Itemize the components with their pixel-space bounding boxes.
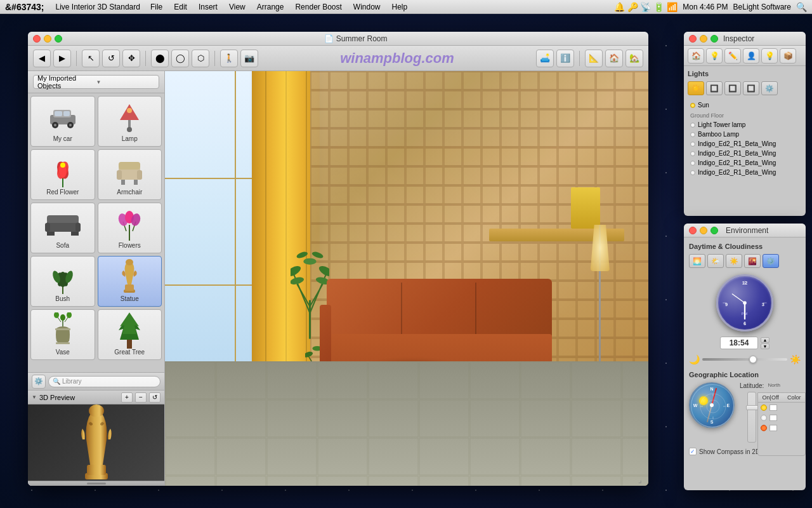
menu-view[interactable]: View bbox=[224, 1, 251, 13]
inspector-tab-edit[interactable]: ✏️ bbox=[724, 48, 741, 64]
compass[interactable]: N S E W bbox=[689, 382, 735, 428]
object-item-armchair[interactable]: Armchair bbox=[98, 149, 162, 200]
inspector-tab-bulb[interactable]: 💡 bbox=[761, 48, 778, 64]
objects-grid: My car Lamp bbox=[28, 93, 164, 372]
sun-indicator bbox=[690, 103, 695, 108]
maximize-button[interactable] bbox=[55, 35, 62, 43]
object-item-flowers[interactable]: Flowers bbox=[98, 203, 162, 253]
zoom-in-button[interactable]: + bbox=[121, 392, 133, 403]
bamboo-lamp-item[interactable]: Bamboo Lamp bbox=[688, 130, 802, 139]
object-item-red-flower[interactable]: Red Flower bbox=[30, 149, 95, 200]
camera-tool[interactable]: 📷 bbox=[240, 50, 258, 67]
minimize-button[interactable] bbox=[44, 35, 51, 43]
show-compass-checkbox[interactable]: ✓ bbox=[689, 448, 697, 455]
object-item-sofa[interactable]: Sofa bbox=[30, 203, 95, 253]
indigo-3-item[interactable]: Indigo_Ed2_R1_Beta_Wing bbox=[688, 158, 802, 168]
color-swatch-2[interactable] bbox=[769, 415, 777, 421]
time-increment-button[interactable]: ▲ bbox=[761, 337, 769, 343]
menu-arrange[interactable]: Arrange bbox=[252, 1, 289, 13]
menubar-right: 🔔 🔑 📡 🔋 📶 Mon 4:46 PM BeLight Software 🔍 bbox=[614, 2, 807, 12]
brightness-slider[interactable] bbox=[702, 358, 787, 361]
indigo-2-item[interactable]: Indigo_Ed2_R1_Beta_Wing bbox=[688, 149, 802, 158]
walk-tool[interactable]: 🚶 bbox=[220, 50, 238, 67]
light-btn-3[interactable]: 🔲 bbox=[724, 81, 741, 95]
afternoon-btn[interactable]: 🌇 bbox=[744, 254, 761, 268]
inspector-tab-light[interactable]: 💡 bbox=[706, 48, 723, 64]
draw-path[interactable]: ⬡ bbox=[192, 50, 209, 67]
object-item-statue[interactable]: Statue bbox=[98, 256, 162, 307]
move-tool[interactable]: ✥ bbox=[122, 50, 140, 67]
light-btn-2[interactable]: 🔲 bbox=[706, 81, 723, 95]
light-toggle-3[interactable] bbox=[761, 425, 767, 431]
objects-dropdown[interactable]: My Imported Objects ▼ bbox=[33, 75, 159, 89]
inspector-close-button[interactable] bbox=[689, 35, 697, 43]
latitude-track[interactable] bbox=[747, 392, 756, 443]
inspector-tab-person[interactable]: 👤 bbox=[743, 48, 759, 64]
zoom-out-button[interactable]: − bbox=[135, 392, 147, 403]
refresh-button[interactable]: ↺ bbox=[149, 392, 160, 403]
main-viewport[interactable] bbox=[165, 71, 648, 486]
time-decrement-button[interactable]: ▼ bbox=[761, 344, 769, 349]
time-input-field[interactable] bbox=[720, 337, 758, 349]
light-sun-btn[interactable]: ☀️ bbox=[688, 81, 704, 95]
object-item-vase[interactable]: Vase bbox=[30, 309, 95, 360]
menu-render-boost[interactable]: Render Boost bbox=[290, 1, 346, 13]
light-settings-btn[interactable]: ⚙️ bbox=[761, 81, 778, 95]
menu-help[interactable]: Help bbox=[387, 1, 413, 13]
library-search[interactable]: 🔍 Library bbox=[48, 376, 160, 387]
brightness-thumb[interactable] bbox=[749, 356, 757, 363]
light-sun-item[interactable]: Sun bbox=[688, 100, 802, 110]
resize-handle[interactable] bbox=[87, 483, 106, 485]
select-tool[interactable]: ↖ bbox=[82, 50, 100, 67]
indigo-4-item[interactable]: Indigo_Ed2_R1_Beta_Wing bbox=[688, 168, 802, 177]
morning-btn[interactable]: 🌤️ bbox=[707, 254, 724, 268]
house-btn[interactable]: 🏡 bbox=[625, 50, 643, 67]
draw-circle[interactable]: ⬤ bbox=[151, 50, 169, 67]
object-item-my-car[interactable]: My car bbox=[30, 96, 95, 147]
inspector-tab-house[interactable]: 🏠 bbox=[688, 48, 704, 64]
light-toggle-2[interactable] bbox=[761, 415, 767, 421]
menu-edit[interactable]: Edit bbox=[169, 1, 192, 13]
window-title: 📄 Summer Room bbox=[69, 34, 643, 43]
color-swatch-1[interactable] bbox=[769, 404, 777, 411]
app-name-menu[interactable]: Live Interior 3D Standard bbox=[51, 1, 145, 13]
floor-plan-btn[interactable]: 📐 bbox=[585, 50, 603, 67]
env-minimize-button[interactable] bbox=[700, 227, 707, 234]
env-maximize-button[interactable] bbox=[710, 227, 718, 234]
light-btn-4[interactable]: 🔲 bbox=[743, 81, 759, 95]
env-close-button[interactable] bbox=[689, 227, 697, 234]
north-label: North bbox=[768, 382, 785, 388]
indigo-1-item[interactable]: Indigo_Ed2_R1_Beta_Wing bbox=[688, 139, 802, 149]
3d-view-btn[interactable]: 🏠 bbox=[605, 50, 623, 67]
apple-menu[interactable]: &#63743; bbox=[5, 2, 44, 12]
custom-time-btn[interactable]: ⚙️ bbox=[763, 254, 779, 268]
inspector-minimize-button[interactable] bbox=[700, 35, 707, 43]
menu-window[interactable]: Window bbox=[348, 1, 386, 13]
rotate-tool[interactable]: ↺ bbox=[102, 50, 120, 67]
search-icon[interactable]: 🔍 bbox=[796, 2, 807, 12]
close-button[interactable] bbox=[33, 35, 41, 43]
furniture-btn[interactable]: 🛋️ bbox=[536, 50, 554, 67]
inspector-maximize-button[interactable] bbox=[710, 35, 718, 43]
resize-grip-icon[interactable]: ⌟ bbox=[638, 476, 647, 485]
dawn-btn[interactable]: 🌅 bbox=[689, 254, 705, 268]
forward-button[interactable]: ▶ bbox=[53, 50, 71, 67]
back-button[interactable]: ◀ bbox=[33, 50, 51, 67]
object-item-bush[interactable]: Bush bbox=[30, 256, 95, 307]
inspector-title: Inspector bbox=[723, 34, 754, 43]
object-item-lamp[interactable]: Lamp bbox=[98, 96, 162, 147]
inspector-tab-box[interactable]: 📦 bbox=[780, 48, 796, 64]
light-tower-item[interactable]: Light Tower lamp bbox=[688, 120, 802, 130]
menu-file[interactable]: File bbox=[145, 1, 167, 13]
settings-icon[interactable]: ⚙️ bbox=[32, 375, 46, 389]
info-btn[interactable]: ℹ️ bbox=[556, 50, 574, 67]
menu-insert[interactable]: Insert bbox=[193, 1, 223, 13]
noon-btn[interactable]: ☀️ bbox=[726, 254, 742, 268]
object-item-great-tree[interactable]: Great Tree bbox=[98, 309, 162, 360]
preview-header[interactable]: ▼ 3D Preview + − ↺ bbox=[28, 391, 164, 404]
light-toggle-1[interactable] bbox=[761, 404, 767, 411]
object-preview-flowers bbox=[109, 206, 150, 241]
draw-rect[interactable]: ◯ bbox=[171, 50, 189, 67]
color-swatch-3[interactable] bbox=[769, 425, 777, 431]
search-icon: 🔍 bbox=[53, 378, 60, 385]
